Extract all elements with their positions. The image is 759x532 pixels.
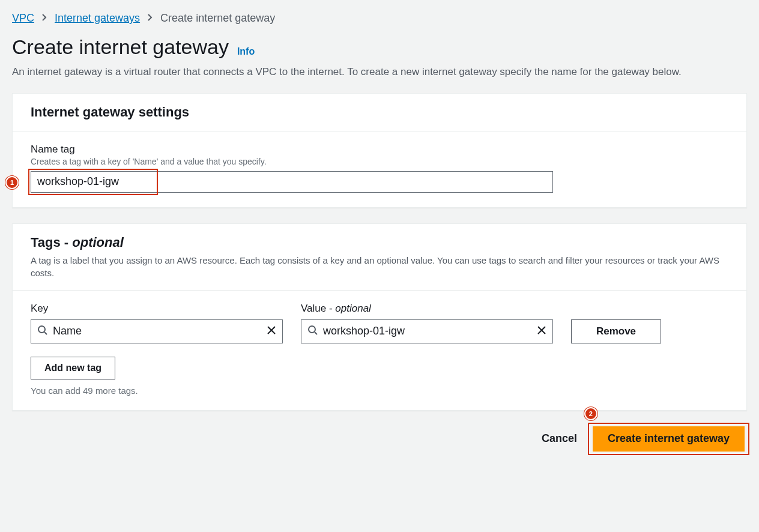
settings-panel: Internet gateway settings Name tag Creat… [12,93,747,208]
close-icon [537,325,546,337]
tags-panel-body: Key Value - optional [13,291,746,410]
settings-panel-header: Internet gateway settings [13,94,746,131]
info-link[interactable]: Info [237,46,255,56]
svg-point-0 [38,326,45,333]
tags-title-main: Tags - [31,235,72,250]
page-header: Create internet gateway Info An internet… [12,35,747,80]
tags-title-optional: optional [72,235,124,250]
breadcrumb: VPC Internet gateways Create internet ga… [12,12,747,25]
page-description: An internet gateway is a virtual router … [12,65,745,80]
tags-panel-title: Tags - optional [31,235,728,250]
tag-key-column: Key [31,303,283,343]
remove-tag-button[interactable]: Remove [571,319,661,343]
tag-remove-column: Remove [571,319,661,343]
cancel-button[interactable]: Cancel [538,432,581,446]
tags-panel-header: Tags - optional A tag is a label that yo… [13,224,746,291]
tags-panel-description: A tag is a label that you assign to an A… [31,254,728,279]
page-title: Create internet gateway [12,35,229,58]
tag-value-label-optional: optional [335,303,371,314]
create-internet-gateway-button[interactable]: Create internet gateway [593,426,745,452]
tag-row: Key Value - optional [31,303,728,343]
settings-panel-body: Name tag Creates a tag with a key of 'Na… [13,131,746,207]
search-icon [307,325,318,337]
tag-value-input-wrap[interactable] [301,319,553,343]
add-new-tag-button[interactable]: Add new tag [31,357,115,379]
name-tag-hint: Creates a tag with a key of 'Name' and a… [31,157,728,166]
name-tag-input[interactable] [31,171,553,193]
breadcrumb-current: Create internet gateway [160,12,275,25]
name-tag-label: Name tag [31,144,728,156]
search-icon [37,325,48,337]
svg-point-4 [309,326,315,333]
footer-actions: Cancel Create internet gateway 2 [12,426,747,452]
svg-line-5 [315,332,317,334]
svg-line-1 [44,332,47,334]
close-icon [267,325,276,337]
breadcrumb-link-internet-gateways[interactable]: Internet gateways [55,12,140,25]
tags-panel: Tags - optional A tag is a label that yo… [12,223,747,411]
tag-key-input-wrap[interactable] [31,319,283,343]
annotation-badge-1: 1 [5,176,19,189]
tag-value-label: Value - optional [301,303,553,315]
settings-panel-title: Internet gateway settings [31,104,728,120]
tag-key-input[interactable] [48,325,264,337]
clear-value-button[interactable] [534,323,549,339]
tag-value-column: Value - optional [301,303,553,343]
chevron-right-icon [147,12,153,25]
tag-key-label: Key [31,303,283,315]
chevron-right-icon [41,12,47,25]
clear-key-button[interactable] [264,323,279,339]
breadcrumb-link-vpc[interactable]: VPC [12,12,34,25]
tags-limit-text: You can add 49 more tags. [31,385,728,396]
tag-value-input[interactable] [318,325,534,337]
tag-value-label-main: Value - [301,303,335,314]
